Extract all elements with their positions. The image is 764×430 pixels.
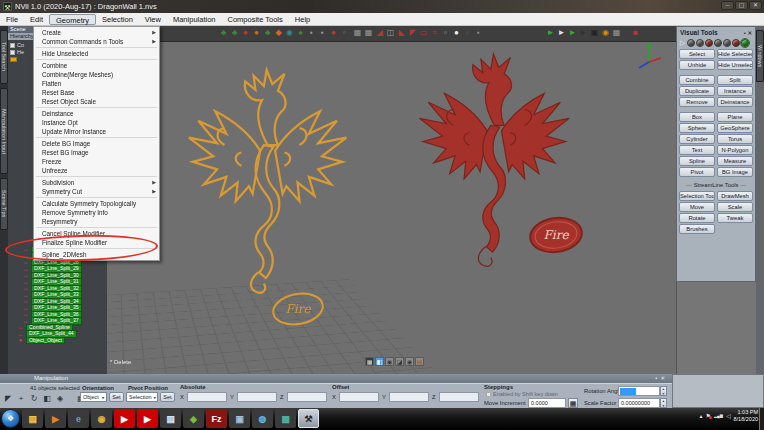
menu-item-combine-merge-meshes-[interactable]: Combine(Merge Meshes) (34, 70, 159, 79)
close-icon[interactable]: ✕ (747, 30, 752, 36)
network-share[interactable]: ◈ (183, 409, 204, 428)
wire-view[interactable]: ◪ (395, 357, 404, 366)
offset-x-field[interactable] (339, 392, 379, 402)
button-hide-unselect-[interactable]: Hide Unselect. (717, 60, 753, 70)
button-combine[interactable]: Combine (679, 75, 715, 85)
orientation-set-button[interactable]: Set (109, 392, 124, 402)
windows-explorer[interactable]: ▤ (22, 409, 43, 428)
toolbar-icon[interactable]: ♠ (295, 27, 306, 39)
pivot-set-button[interactable]: Set (160, 392, 175, 402)
button-pivot[interactable]: Pivot (679, 167, 715, 177)
absolute-z-field[interactable] (287, 392, 327, 402)
menu-item-cancel-spline-modifier[interactable]: Cancel Spline Modifier (34, 229, 159, 238)
toolbar-icon[interactable]: ► (545, 27, 556, 39)
close-button[interactable]: ✕ (749, 1, 762, 10)
notepad[interactable]: ▤ (160, 409, 181, 428)
menu-selection[interactable]: Selection (96, 14, 139, 25)
tree-stub-row[interactable]: He (10, 49, 24, 55)
button-hide-selected[interactable]: Hide Selected (717, 49, 753, 59)
toolbar-icon[interactable]: ► (556, 27, 567, 39)
button-geosphere[interactable]: GeoSphere (717, 123, 753, 133)
menu-edit[interactable]: Edit (24, 14, 49, 25)
menu-geometry[interactable]: Geometry (49, 14, 96, 25)
button-split[interactable]: Split (717, 75, 753, 85)
toolbar-icon[interactable]: ► (567, 27, 578, 39)
toolbar-icon[interactable]: ♣ (262, 27, 273, 39)
button-duplicate[interactable]: Duplicate (679, 86, 715, 96)
absolute-y-field[interactable] (237, 392, 277, 402)
checkbox-icon[interactable] (10, 43, 15, 48)
button-text[interactable]: Text (679, 145, 715, 155)
toolbar-icon[interactable]: ◉ (284, 27, 295, 39)
toolbar-icon[interactable]: ▪ (306, 27, 317, 39)
button-select[interactable]: Select (679, 49, 715, 59)
toolbar-icon[interactable]: ◫ (385, 27, 396, 39)
filezilla[interactable]: Fz (206, 409, 227, 428)
move-increment-field[interactable]: 0.0000 (528, 398, 566, 408)
toolbar-icon[interactable]: ▦ (352, 27, 363, 39)
toolbar-icon[interactable]: ▣ (589, 27, 600, 39)
toolbar-icon[interactable]: ◤ (407, 27, 418, 39)
right-collapsed-tab[interactable]: Windows (756, 30, 764, 82)
scale-tool[interactable]: ◧ (42, 393, 52, 404)
checkbox-icon[interactable] (486, 392, 491, 397)
youtube-2[interactable]: ▶ (137, 409, 158, 428)
checkbox-icon[interactable] (10, 50, 15, 55)
pivot-dropdown[interactable]: Selection▾ (126, 392, 158, 402)
action-center-flag-icon[interactable]: ⚑ (706, 412, 711, 419)
button-tweak[interactable]: Tweak (717, 213, 753, 223)
rotation-angle-spinner[interactable]: ▴▾ (660, 386, 667, 396)
toolbar-icon[interactable]: ● (451, 27, 462, 39)
button-n-polygon[interactable]: N-Polygon (717, 145, 753, 155)
toolbar-icon[interactable]: ≈ (429, 27, 440, 39)
toolbar-icon[interactable]: ► (578, 27, 589, 39)
button-torus[interactable]: Torus (717, 134, 753, 144)
toolbar-icon[interactable]: ◣ (396, 27, 407, 39)
material-view[interactable]: ◉ (405, 357, 414, 366)
toolbar-icon[interactable]: ▫ (440, 27, 451, 39)
viewport-3d[interactable]: Fire Fire Custom Perspective * Delete ▦◧… (107, 26, 676, 374)
menu-item-subdivision[interactable]: Subdivision▶ (34, 178, 159, 187)
left-tab-tool-search[interactable]: Tool Search (0, 30, 8, 84)
offset-z-field[interactable] (439, 392, 479, 402)
button-brushes[interactable]: Brushes (679, 224, 715, 234)
menu-manipulation[interactable]: Manipulation (167, 14, 222, 25)
menu-item-reset-base[interactable]: Reset Base (34, 88, 159, 97)
material-sphere-icon[interactable] (723, 39, 731, 47)
grid-toggle[interactable]: ▦ (365, 357, 374, 366)
menu-item-unfreeze[interactable]: Unfreeze (34, 166, 159, 175)
button-instance[interactable]: Instance (717, 86, 753, 96)
material-sphere-icon[interactable] (696, 39, 704, 47)
menu-item-instance-opt[interactable]: Instance Opt (34, 118, 159, 127)
menu-item-hide-unselected[interactable]: Hide Unselected (34, 49, 159, 58)
toolbar-icon[interactable]: ◢ (374, 27, 385, 39)
rotation-angle-field[interactable] (618, 386, 660, 396)
menu-item-calculate-symmetry-topologically[interactable]: Calculate Symmetry Topologically (34, 199, 159, 208)
toolbar-icon[interactable]: ♣ (229, 27, 240, 39)
tree-stub-row[interactable]: Co (10, 42, 24, 48)
start-button[interactable]: ❖ (1, 409, 20, 428)
button-rotate[interactable]: Rotate (679, 213, 715, 223)
toolbar-icon[interactable]: ◆ (273, 27, 284, 39)
maximize-button[interactable]: ▢ (735, 1, 748, 10)
menu-item-symmetry-cut[interactable]: Symmetry Cut▶ (34, 187, 159, 196)
orientation-dropdown[interactable]: Object▾ (80, 392, 107, 402)
smooth-view[interactable]: ◉ (385, 357, 394, 366)
volume-icon[interactable]: ◁ (726, 412, 731, 419)
pin-icon[interactable]: ▪ (744, 30, 746, 36)
menu-item-common-commands-n-tools[interactable]: Common Commands n Tools▶ (34, 37, 159, 46)
hidden-icons-button[interactable]: ▴ (700, 412, 703, 419)
material-sphere-icon[interactable] (705, 39, 713, 47)
chrome[interactable]: ◉ (91, 409, 112, 428)
toolbar-icon[interactable]: ■ (630, 27, 641, 39)
menu-item-deinstance[interactable]: Deinstance (34, 109, 159, 118)
button-move[interactable]: Move (679, 202, 715, 212)
button-remove[interactable]: Remove (679, 97, 715, 107)
button-sphere[interactable]: Sphere (679, 123, 715, 133)
menu-item-freeze[interactable]: Freeze (34, 157, 159, 166)
toolbar-icon[interactable]: ▦ (611, 27, 622, 39)
computer[interactable]: ▣ (229, 409, 250, 428)
button-cylinder[interactable]: Cylinder (679, 134, 715, 144)
shaded-view[interactable]: ◧ (375, 357, 384, 366)
toolbar-icon[interactable]: ● (251, 27, 262, 39)
